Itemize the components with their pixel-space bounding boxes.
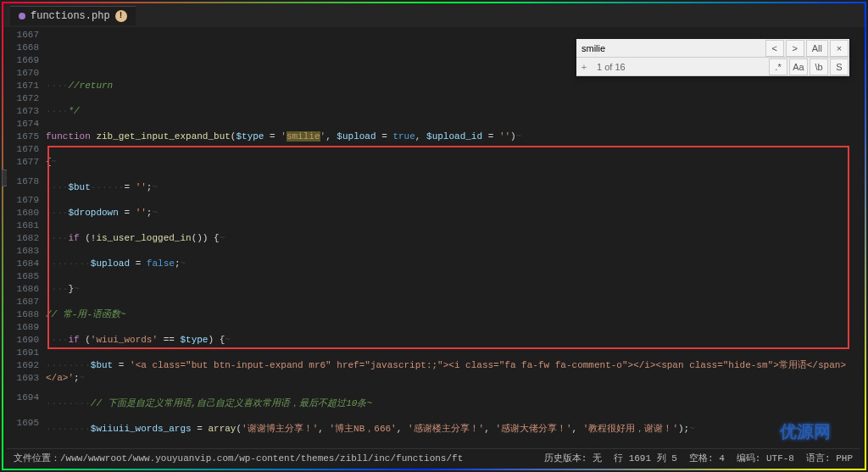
- line-number: 1680: [7, 207, 39, 219]
- line-number: 1672: [7, 92, 39, 105]
- line-number: 1678: [7, 169, 39, 194]
- find-input[interactable]: [576, 41, 765, 56]
- line-number: 1671: [7, 80, 39, 92]
- line-number: 1676: [7, 143, 39, 156]
- line-number: 1681: [7, 219, 39, 232]
- code-area[interactable]: ····//return ····*/ function zib_get_inp…: [46, 29, 860, 447]
- editor-pane: 1667 1668 1669 1670 1671 1672 1673 1674 …: [7, 29, 860, 447]
- status-line-col[interactable]: 行 1691 列 5: [614, 452, 677, 464]
- status-path: 文件位置：/www/wwwroot/www.youyuanvip.com/wp-…: [14, 452, 463, 464]
- file-type-icon: [19, 13, 25, 19]
- line-number: 1669: [7, 54, 39, 67]
- line-number: 1688: [7, 308, 39, 321]
- line-number: 1675: [7, 130, 39, 143]
- line-number: 1687: [7, 296, 39, 308]
- line-number: 1693: [7, 372, 39, 385]
- tab-functions-php[interactable]: functions.php !: [10, 6, 136, 25]
- find-next-button[interactable]: >: [786, 40, 804, 57]
- line-number: 1682: [7, 232, 39, 245]
- line-number: 1684: [7, 258, 39, 270]
- line-number: 1670: [7, 67, 39, 80]
- line-number: 1677: [7, 156, 39, 169]
- line-number: 1674: [7, 118, 39, 130]
- line-number: 1679: [7, 194, 39, 207]
- find-status: 1 of 16: [592, 62, 768, 72]
- tab-bar: functions.php !: [3, 3, 865, 27]
- find-prev-button[interactable]: <: [765, 40, 784, 57]
- status-language[interactable]: 语言: PHP: [806, 452, 853, 464]
- status-spaces[interactable]: 空格: 4: [689, 452, 725, 464]
- line-number: 1686: [7, 283, 39, 296]
- editor-window: functions.php ! < > All × + 1 of 16 .* A…: [2, 2, 866, 470]
- tab-filename: functions.php: [31, 10, 110, 22]
- regex-toggle[interactable]: .*: [769, 58, 787, 75]
- wholeword-toggle[interactable]: \b: [810, 58, 828, 75]
- line-number: 1691: [7, 347, 39, 359]
- line-number: 1690: [7, 334, 39, 347]
- status-encoding[interactable]: 编码: UTF-8: [737, 452, 794, 464]
- selection-toggle[interactable]: S: [830, 58, 849, 75]
- status-bar: 文件位置：/www/wwwroot/www.youyuanvip.com/wp-…: [7, 448, 860, 467]
- line-number: 1668: [7, 42, 39, 54]
- line-number: 1683: [7, 245, 39, 258]
- status-history[interactable]: 历史版本: 无: [544, 452, 602, 464]
- find-all-button[interactable]: All: [806, 40, 828, 57]
- line-number: 1694: [7, 385, 39, 410]
- line-number: 1689: [7, 321, 39, 334]
- line-number: 1673: [7, 105, 39, 118]
- line-number: 1667: [7, 29, 39, 42]
- line-number: 1695: [7, 410, 39, 436]
- line-number: 1692: [7, 359, 39, 372]
- line-number-gutter: 1667 1668 1669 1670 1671 1672 1673 1674 …: [7, 29, 46, 447]
- replace-toggle-button[interactable]: +: [576, 62, 592, 72]
- find-panel: < > All × + 1 of 16 .* Aa \b S: [576, 39, 849, 76]
- modified-indicator-icon: !: [115, 10, 127, 22]
- case-toggle[interactable]: Aa: [789, 58, 808, 75]
- find-close-button[interactable]: ×: [830, 40, 849, 57]
- line-number: 1685: [7, 270, 39, 283]
- code-content: ····//return ····*/ function zib_get_inp…: [46, 67, 860, 472]
